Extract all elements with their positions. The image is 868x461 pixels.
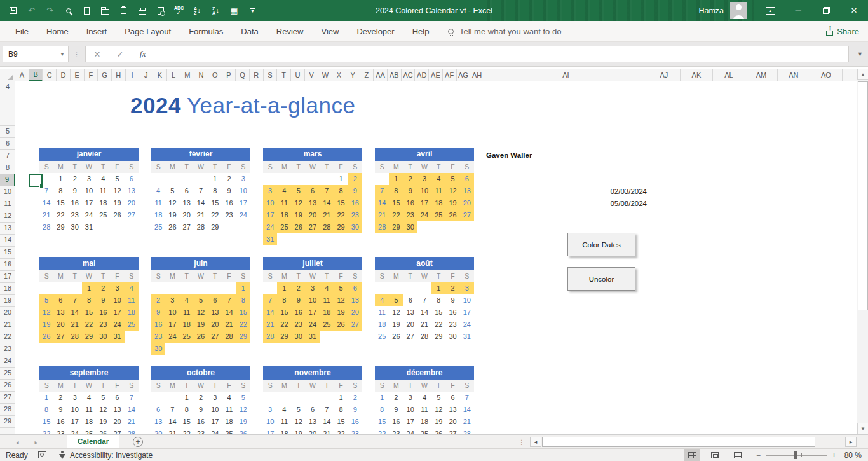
day-cell[interactable]: 22 bbox=[375, 428, 389, 434]
day-cell[interactable]: 8 bbox=[334, 404, 348, 416]
col-header-AC[interactable]: AC bbox=[402, 69, 416, 81]
day-cell[interactable]: 1 bbox=[53, 173, 67, 185]
day-cell[interactable]: 2 bbox=[53, 392, 67, 404]
day-cell[interactable]: 12 bbox=[292, 197, 306, 209]
next-sheet-icon[interactable]: ▸ bbox=[29, 435, 43, 449]
day-cell[interactable]: 31 bbox=[306, 331, 320, 343]
col-header-J[interactable]: J bbox=[139, 69, 153, 81]
day-cell[interactable]: 26 bbox=[445, 209, 459, 221]
day-cell[interactable]: 22 bbox=[53, 209, 67, 221]
day-cell[interactable]: 14 bbox=[417, 306, 431, 319]
day-cell[interactable]: 16 bbox=[53, 416, 67, 428]
day-cell[interactable] bbox=[277, 392, 291, 404]
row-header-17[interactable]: 17 bbox=[0, 271, 15, 283]
day-cell[interactable]: 24 bbox=[460, 319, 474, 331]
day-cell[interactable] bbox=[165, 343, 179, 355]
day-cell[interactable]: 22 bbox=[431, 319, 445, 331]
day-cell[interactable] bbox=[389, 282, 403, 294]
day-cell[interactable]: 2 bbox=[222, 173, 236, 185]
day-cell[interactable]: 4 bbox=[222, 392, 236, 404]
day-cell[interactable]: 24 bbox=[263, 221, 277, 233]
scroll-up-icon[interactable]: ▲ bbox=[857, 69, 868, 80]
day-cell[interactable]: 6 bbox=[445, 392, 459, 404]
day-cell[interactable]: 30 bbox=[68, 221, 82, 233]
day-cell[interactable]: 22 bbox=[236, 319, 250, 331]
day-cell[interactable]: 20 bbox=[125, 197, 139, 209]
day-cell[interactable]: 2 bbox=[348, 173, 362, 185]
day-cell[interactable]: 26 bbox=[96, 428, 110, 434]
day-cell[interactable]: 22 bbox=[389, 209, 403, 221]
zoom-in-icon[interactable]: + bbox=[832, 451, 836, 460]
day-cell[interactable]: 15 bbox=[431, 306, 445, 319]
day-cell[interactable]: 5 bbox=[39, 294, 53, 306]
vertical-scroll-thumb[interactable] bbox=[858, 81, 868, 310]
day-cell[interactable] bbox=[125, 331, 139, 343]
col-header-AD[interactable]: AD bbox=[415, 69, 429, 81]
col-header-AH[interactable]: AH bbox=[470, 69, 484, 81]
day-cell[interactable]: 6 bbox=[460, 173, 474, 185]
day-cell[interactable]: 6 bbox=[151, 404, 165, 416]
col-header-AF[interactable]: AF bbox=[443, 69, 457, 81]
day-cell[interactable]: 9 bbox=[403, 185, 417, 197]
day-cell[interactable]: 19 bbox=[96, 416, 110, 428]
day-cell[interactable]: 18 bbox=[222, 416, 236, 428]
day-cell[interactable]: 14 bbox=[68, 306, 82, 319]
accessibility-status[interactable]: Accessibility: Investigate bbox=[70, 449, 153, 461]
prev-sheet-icon[interactable]: ◂ bbox=[10, 435, 24, 449]
day-cell[interactable]: 3 bbox=[263, 185, 277, 197]
day-cell[interactable]: 9 bbox=[292, 294, 306, 306]
day-cell[interactable]: 11 bbox=[151, 197, 165, 209]
close-button[interactable]: ✕ bbox=[840, 0, 868, 21]
day-cell[interactable]: 6 bbox=[208, 294, 222, 306]
day-cell[interactable]: 15 bbox=[389, 197, 403, 209]
day-cell[interactable] bbox=[151, 173, 165, 185]
day-cell[interactable]: 23 bbox=[348, 428, 362, 434]
day-cell[interactable]: 15 bbox=[82, 306, 96, 319]
day-cell[interactable]: 15 bbox=[39, 416, 53, 428]
day-cell[interactable]: 23 bbox=[222, 209, 236, 221]
row-header-26[interactable]: 26 bbox=[0, 380, 15, 392]
day-cell[interactable]: 19 bbox=[110, 197, 124, 209]
day-cell[interactable] bbox=[277, 173, 291, 185]
day-cell[interactable]: 30 bbox=[292, 331, 306, 343]
col-header-V[interactable]: V bbox=[305, 69, 319, 81]
day-cell[interactable]: 12 bbox=[194, 306, 208, 319]
day-cell[interactable] bbox=[151, 392, 165, 404]
day-cell[interactable]: 26 bbox=[110, 209, 124, 221]
day-cell[interactable]: 21 bbox=[320, 209, 334, 221]
day-cell[interactable]: 25 bbox=[375, 331, 389, 343]
day-cell[interactable] bbox=[165, 392, 179, 404]
accessibility-icon[interactable] bbox=[58, 451, 66, 460]
day-cell[interactable]: 2 bbox=[194, 392, 208, 404]
zoom-level[interactable]: 80 % bbox=[844, 449, 862, 461]
day-cell[interactable]: 11 bbox=[277, 416, 291, 428]
day-cell[interactable]: 3 bbox=[460, 282, 474, 294]
day-cell[interactable]: 26 bbox=[236, 428, 250, 434]
restore-button[interactable] bbox=[812, 0, 840, 21]
day-cell[interactable]: 14 bbox=[320, 416, 334, 428]
day-cell[interactable]: 24 bbox=[306, 319, 320, 331]
day-cell[interactable] bbox=[417, 221, 431, 233]
day-cell[interactable]: 1 bbox=[180, 392, 194, 404]
vertical-scrollbar[interactable]: ▲ ▼ bbox=[857, 69, 868, 434]
day-cell[interactable]: 24 bbox=[110, 319, 124, 331]
day-cell[interactable] bbox=[460, 221, 474, 233]
day-cell[interactable]: 15 bbox=[208, 197, 222, 209]
day-cell[interactable]: 24 bbox=[68, 428, 82, 434]
day-cell[interactable]: 13 bbox=[151, 416, 165, 428]
row-header-19[interactable]: 19 bbox=[0, 295, 15, 307]
day-cell[interactable]: 18 bbox=[277, 209, 291, 221]
day-cell[interactable] bbox=[263, 173, 277, 185]
name-box-dropdown-icon[interactable]: ▼ bbox=[57, 52, 68, 57]
day-cell[interactable]: 21 bbox=[460, 416, 474, 428]
day-cell[interactable]: 29 bbox=[208, 221, 222, 233]
col-header-AL[interactable]: AL bbox=[713, 69, 745, 81]
row-header-7[interactable]: 7 bbox=[0, 150, 15, 162]
day-cell[interactable]: 1 bbox=[334, 173, 348, 185]
day-cell[interactable]: 10 bbox=[165, 306, 179, 319]
day-cell[interactable]: 7 bbox=[320, 185, 334, 197]
day-cell[interactable]: 12 bbox=[334, 294, 348, 306]
day-cell[interactable]: 16 bbox=[194, 416, 208, 428]
col-header-W[interactable]: W bbox=[318, 69, 332, 81]
row-header-11[interactable]: 11 bbox=[0, 198, 15, 210]
